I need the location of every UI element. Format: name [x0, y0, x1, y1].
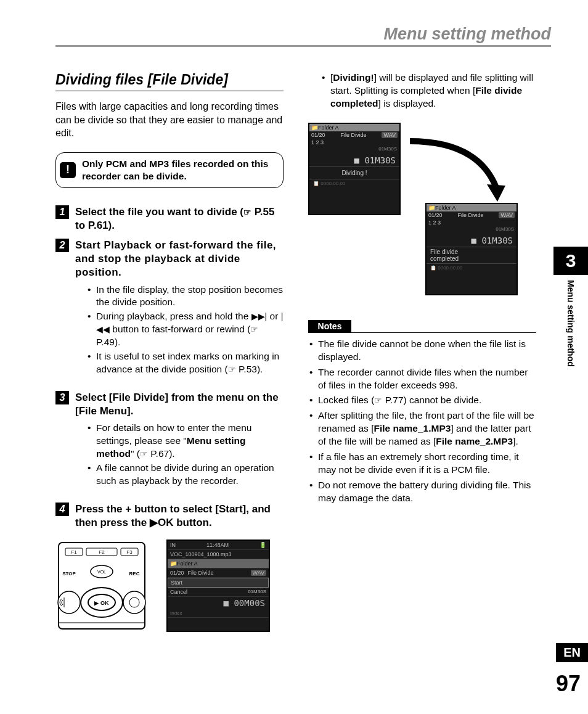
- step-1: 1 Select the file you want to divide (☞ …: [55, 205, 284, 232]
- step-1-title: Select the file you want to divide (☞ P.…: [75, 205, 284, 232]
- bullet-item: For details on how to enter the menu set…: [88, 422, 284, 461]
- pointer-icon: ☞: [228, 364, 236, 374]
- intro-text: Files with large capacities and long rec…: [55, 100, 284, 140]
- page-header-title: Menu setting method: [55, 25, 551, 47]
- svg-point-13: [129, 597, 139, 607]
- svg-text:VOL: VOL: [97, 570, 106, 574]
- note-item: The file divide cannot be done when the …: [308, 338, 536, 364]
- bullet-item: A file cannot be divide during an operat…: [88, 462, 284, 488]
- step-number: 2: [55, 239, 69, 252]
- chapter-label: Menu setting method: [566, 275, 576, 372]
- bullet-item: In the file display, the stop position b…: [88, 284, 284, 310]
- dividing-result-text: [Dividing!] will be displayed and file s…: [330, 72, 536, 110]
- warning-icon: !: [60, 162, 76, 178]
- step-2-title: Start Playback or fast-forward the file,…: [75, 239, 284, 279]
- note-item: The recorder cannot divide files when th…: [308, 366, 536, 392]
- screen-transition: 📁Folder A 01/20File DivideWAV 1 2 3 01M3…: [308, 123, 536, 295]
- recorder-device-illustration: F1 F2 F3 VOL STOP REC ▶ OK: [55, 540, 148, 632]
- section-title: Dividing files [File Divide]: [55, 72, 284, 91]
- svg-text:▶ OK: ▶ OK: [94, 600, 109, 606]
- note-item: After splitting the file, the front part…: [308, 409, 536, 448]
- step-2: 2 Start Playback or fast-forward the fil…: [55, 239, 284, 385]
- note-item: If a file has an extremely short recordi…: [308, 451, 536, 477]
- lcd-screen-start: IN11:48AM🔋 VOC_100904_1000.mp3 📁Folder A…: [166, 540, 270, 632]
- step-number: 4: [55, 503, 69, 516]
- pointer-icon: ☞: [243, 207, 251, 217]
- step-3-title: Select [File Divide] from the menu on th…: [75, 391, 284, 418]
- note-item: Locked files (☞ P.77) cannot be divide.: [308, 394, 536, 407]
- play-icon: ▶: [150, 517, 158, 528]
- notes-section: Notes The file divide cannot be done whe…: [308, 320, 536, 505]
- step-number: 3: [55, 391, 69, 404]
- step-4: 4 Press the + button to select [Start], …: [55, 503, 284, 530]
- pointer-icon: ☞: [374, 395, 382, 405]
- step-4-title: Press the + button to select [Start], an…: [75, 503, 284, 530]
- lcd-screen-dividing: 📁Folder A 01/20File DivideWAV 1 2 3 01M3…: [308, 123, 401, 215]
- bullet-item: It is useful to set index marks on marki…: [88, 350, 284, 376]
- svg-marker-18: [487, 184, 505, 202]
- svg-text:F2: F2: [99, 549, 105, 555]
- notes-header: Notes: [308, 320, 351, 332]
- transition-arrow-icon: [404, 129, 508, 209]
- svg-text:F3: F3: [126, 549, 133, 555]
- svg-text:REC: REC: [129, 571, 140, 577]
- step-3: 3 Select [File Divide] from the menu on …: [55, 391, 284, 496]
- chapter-side-tab: 3 Menu setting method: [553, 247, 588, 372]
- bullet-item: During playback, press and hold the ▶▶| …: [88, 310, 284, 349]
- language-badge: EN: [556, 643, 588, 662]
- chapter-number: 3: [553, 247, 588, 275]
- svg-text:STOP: STOP: [62, 571, 76, 577]
- warning-box: ! Only PCM and MP3 files recorded on thi…: [55, 152, 284, 188]
- note-item: Do not remove the battery during dividin…: [308, 479, 536, 505]
- pointer-icon: ☞: [250, 324, 258, 334]
- svg-text:F1: F1: [71, 549, 77, 555]
- lcd-screen-completed: 📁Folder A 01/20File DivideWAV 1 2 3 01M3…: [425, 203, 518, 295]
- page-number: 97: [556, 671, 581, 697]
- warning-text: Only PCM and MP3 files recorded on this …: [82, 158, 274, 183]
- svg-point-11: [58, 591, 80, 613]
- fast-forward-icon: ▶▶|: [251, 312, 267, 322]
- pointer-icon: ☞: [140, 449, 148, 459]
- step-number: 1: [55, 205, 69, 219]
